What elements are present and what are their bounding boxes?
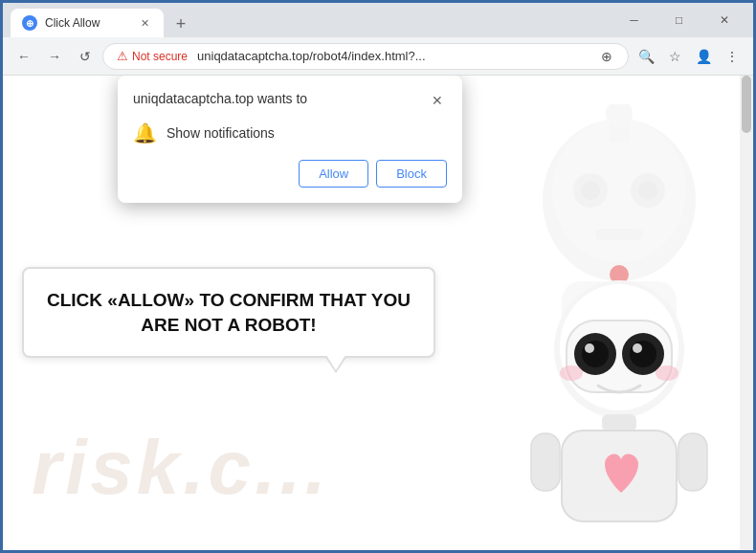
url-text: uniqdatacaptcha.top/robot4/index.html?..… [197,49,589,63]
content-area: risk.c... uniqdatacaptcha.top wants to ✕… [3,76,753,550]
tab-bar: ⊕ Click Allow ✕ + [11,3,605,37]
svg-point-4 [573,173,608,208]
window-controls: ─ □ ✕ [612,6,745,34]
block-button[interactable]: Block [376,160,447,188]
svg-rect-8 [595,229,643,240]
not-secure-badge: ⚠ Not secure [113,47,191,65]
forward-button[interactable]: → [41,43,68,70]
svg-point-7 [638,181,657,200]
main-content: CLICK «ALLOW» TO CONFIRM THAT YOU ARE NO… [22,267,435,358]
svg-rect-25 [531,433,560,491]
profile-icon[interactable]: 👤 [690,43,717,70]
website-background: risk.c... uniqdatacaptcha.top wants to ✕… [3,76,753,550]
close-window-button[interactable]: ✕ [702,6,745,34]
scrollbar-thumb[interactable] [742,76,751,133]
speech-bubble: CLICK «ALLOW» TO CONFIRM THAT YOU ARE NO… [22,267,435,358]
popup-buttons: Allow Block [133,160,447,188]
tab-title: Click Allow [45,16,129,30]
svg-rect-2 [610,114,629,143]
menu-icon[interactable]: ⋮ [719,43,745,70]
popup-header: uniqdatacaptcha.top wants to ✕ [133,91,447,110]
popup-notification-row: 🔔 Show notifications [133,122,447,144]
not-secure-text: Not secure [132,50,188,63]
svg-point-3 [606,104,633,127]
address-bar[interactable]: ⚠ Not secure uniqdatacaptcha.top/robot4/… [102,43,629,70]
svg-point-19 [585,343,594,353]
svg-point-20 [633,343,642,353]
svg-rect-23 [602,414,636,431]
svg-point-22 [656,365,678,381]
svg-point-6 [581,181,600,200]
svg-point-1 [552,119,686,262]
svg-point-18 [630,341,656,367]
chrome-window: ⊕ Click Allow ✕ + ─ □ ✕ ← → ↺ ⚠ Not secu… [3,3,753,550]
svg-point-0 [543,119,696,281]
svg-point-5 [631,173,665,208]
bubble-tail-inner [326,355,345,370]
search-icon[interactable]: 🔍 [633,43,659,70]
robot-illustration [514,263,724,550]
bubble-text-line2: ARE NOT A ROBOT! [47,313,411,338]
svg-point-21 [560,365,583,381]
notification-popup: uniqdatacaptcha.top wants to ✕ 🔔 Show no… [118,76,462,203]
refresh-button[interactable]: ↺ [72,43,99,70]
allow-button[interactable]: Allow [299,160,368,188]
active-tab[interactable]: ⊕ Click Allow ✕ [11,9,164,37]
new-tab-button[interactable]: + [167,11,194,37]
maximize-button[interactable]: □ [657,6,700,34]
warning-icon: ⚠ [117,49,128,63]
scrollbar[interactable] [740,76,753,550]
toolbar-icons: 🔍 ☆ 👤 ⋮ [633,43,745,70]
back-button[interactable]: ← [11,43,37,70]
translate-icon[interactable]: ⊕ [595,45,618,68]
popup-title: uniqdatacaptcha.top wants to [133,91,307,106]
notification-label: Show notifications [167,125,275,141]
svg-rect-26 [678,433,707,491]
bubble-text-line1: CLICK «ALLOW» TO CONFIRM THAT YOU [47,288,411,313]
popup-close-button[interactable]: ✕ [428,91,447,110]
bell-icon: 🔔 [133,122,157,144]
title-bar: ⊕ Click Allow ✕ + ─ □ ✕ [3,3,753,37]
bookmark-icon[interactable]: ☆ [661,43,688,70]
svg-point-17 [582,341,609,367]
minimize-button[interactable]: ─ [612,6,656,34]
address-icons: ⊕ [595,45,618,68]
tab-close-button[interactable]: ✕ [137,15,152,31]
watermark-text: risk.c... [32,424,330,512]
tab-favicon: ⊕ [22,15,37,31]
address-bar-row: ← → ↺ ⚠ Not secure uniqdatacaptcha.top/r… [3,37,753,76]
